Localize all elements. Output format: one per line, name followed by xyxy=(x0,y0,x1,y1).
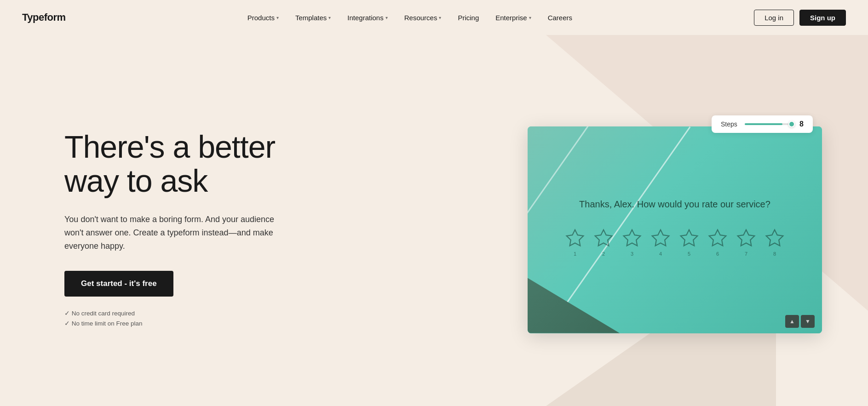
svg-marker-0 xyxy=(567,230,584,246)
steps-slider-thumb xyxy=(788,121,795,127)
form-navigation: ▲ ▼ xyxy=(785,315,815,328)
star-num-2: 2 xyxy=(602,251,605,257)
chevron-down-icon: ▾ xyxy=(328,15,331,20)
hero-section: There's a better way to ask You don't wa… xyxy=(0,35,868,406)
nav-templates[interactable]: Templates ▾ xyxy=(288,10,338,25)
chevron-down-icon: ▾ xyxy=(276,15,279,20)
checklist-item-2: No time limit on Free plan xyxy=(64,320,322,327)
chevron-down-icon: ▾ xyxy=(529,15,531,20)
nav-enterprise[interactable]: Enterprise ▾ xyxy=(488,10,538,25)
login-button[interactable]: Log in xyxy=(754,10,794,26)
hero-content: There's a better way to ask You don't wa… xyxy=(64,130,322,330)
logo[interactable]: Typeform xyxy=(22,11,66,23)
signup-button[interactable]: Sign up xyxy=(799,10,846,26)
steps-slider-fill xyxy=(745,123,783,125)
hero-headline: There's a better way to ask xyxy=(64,130,322,199)
nav-careers[interactable]: Careers xyxy=(540,10,580,25)
nav-down-button[interactable]: ▼ xyxy=(801,315,815,328)
chevron-down-icon: ▾ xyxy=(385,15,388,20)
hero-checklist: No credit card required No time limit on… xyxy=(64,309,322,327)
star-5[interactable]: 5 xyxy=(679,228,699,257)
steps-slider[interactable] xyxy=(745,123,792,125)
svg-marker-1 xyxy=(595,230,612,246)
steps-pill: Steps 8 xyxy=(712,115,813,133)
cta-button[interactable]: Get started - it's free xyxy=(64,271,173,297)
star-4[interactable]: 4 xyxy=(650,228,671,257)
star-2[interactable]: 2 xyxy=(593,228,614,257)
svg-marker-5 xyxy=(709,230,726,246)
star-num-4: 4 xyxy=(659,251,662,257)
main-nav: Typeform Products ▾ Templates ▾ Integrat… xyxy=(0,0,868,35)
form-question: Thanks, Alex. How would you rate our ser… xyxy=(579,199,770,210)
svg-marker-3 xyxy=(652,230,669,246)
star-8[interactable]: 8 xyxy=(765,228,785,257)
checklist-item-1: No credit card required xyxy=(64,309,322,317)
nav-up-button[interactable]: ▲ xyxy=(785,315,799,328)
nav-actions: Log in Sign up xyxy=(754,10,846,26)
star-num-5: 5 xyxy=(688,251,690,257)
nav-pricing[interactable]: Pricing xyxy=(450,10,486,25)
star-3[interactable]: 3 xyxy=(622,228,642,257)
form-preview-container: Steps 8 Thanks, Alex. How would you rate… xyxy=(528,126,822,333)
svg-marker-7 xyxy=(766,230,783,246)
nav-links: Products ▾ Templates ▾ Integrations ▾ Re… xyxy=(240,10,580,25)
svg-marker-4 xyxy=(681,230,698,246)
chevron-down-icon: ▾ xyxy=(439,15,441,20)
form-content: Thanks, Alex. How would you rate our ser… xyxy=(528,126,822,333)
steps-value: 8 xyxy=(799,120,804,128)
nav-integrations[interactable]: Integrations ▾ xyxy=(340,10,395,25)
star-num-7: 7 xyxy=(745,251,747,257)
form-card: Thanks, Alex. How would you rate our ser… xyxy=(528,126,822,333)
svg-marker-6 xyxy=(738,230,755,246)
steps-label: Steps xyxy=(721,120,737,128)
star-6[interactable]: 6 xyxy=(707,228,728,257)
star-num-6: 6 xyxy=(716,251,719,257)
nav-resources[interactable]: Resources ▾ xyxy=(397,10,449,25)
svg-marker-2 xyxy=(624,230,641,246)
star-num-3: 3 xyxy=(631,251,633,257)
star-num-1: 1 xyxy=(574,251,576,257)
star-7[interactable]: 7 xyxy=(736,228,756,257)
stars-row: 1 2 3 xyxy=(565,228,785,257)
star-1[interactable]: 1 xyxy=(565,228,585,257)
hero-subtext: You don't want to make a boring form. An… xyxy=(64,213,285,252)
nav-products[interactable]: Products ▾ xyxy=(240,10,286,25)
star-num-8: 8 xyxy=(773,251,776,257)
